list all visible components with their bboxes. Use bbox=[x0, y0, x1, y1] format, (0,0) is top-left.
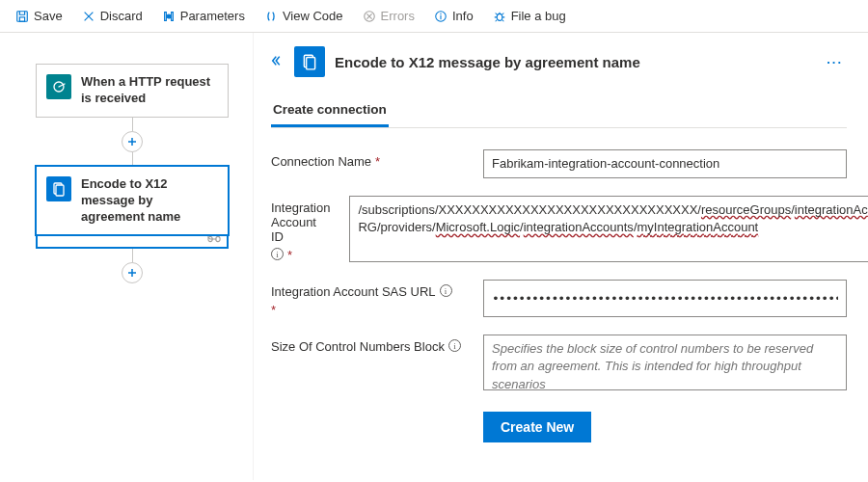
code-icon bbox=[264, 10, 278, 23]
trigger-label: When a HTTP request is received bbox=[81, 74, 218, 107]
connection-name-input[interactable] bbox=[483, 149, 847, 178]
view-code-label: View Code bbox=[283, 9, 343, 23]
save-button[interactable]: Save bbox=[10, 6, 68, 26]
row-sas-url: Integration Account SAS URL i * bbox=[271, 280, 847, 317]
main: When a HTTP request is received Encode t… bbox=[0, 33, 868, 480]
bug-icon bbox=[493, 10, 506, 23]
file-bug-button[interactable]: File a bug bbox=[487, 6, 572, 26]
svg-rect-1 bbox=[19, 16, 24, 20]
block-size-input[interactable] bbox=[483, 335, 847, 390]
connector-2 bbox=[122, 249, 143, 283]
view-code-button[interactable]: View Code bbox=[258, 6, 349, 26]
row-connection-name: Connection Name* bbox=[271, 149, 847, 178]
connection-name-label: Connection Name* bbox=[271, 149, 464, 178]
info-icon[interactable]: i bbox=[448, 339, 461, 352]
parameters-button[interactable]: Parameters bbox=[156, 6, 251, 26]
panel-header: Encode to X12 message by agreement name … bbox=[271, 46, 847, 77]
account-id-input[interactable]: /subscriptions/XXXXXXXXXXXXXXXXXXXXXXXXX… bbox=[349, 196, 868, 262]
x12-action-icon bbox=[46, 176, 71, 201]
info-icon[interactable]: i bbox=[440, 284, 452, 297]
svg-rect-8 bbox=[56, 185, 64, 196]
x12-panel-icon bbox=[294, 46, 325, 77]
panel-tabs: Create connection bbox=[271, 96, 847, 128]
errors-icon bbox=[363, 10, 376, 23]
info-icon[interactable]: i bbox=[271, 248, 284, 260]
errors-button: Errors bbox=[357, 6, 420, 26]
tab-create-connection[interactable]: Create connection bbox=[271, 96, 389, 127]
discard-label: Discard bbox=[100, 9, 143, 23]
add-step-button-2[interactable] bbox=[122, 262, 143, 283]
panel-title: Encode to X12 message by agreement name bbox=[335, 54, 813, 70]
save-label: Save bbox=[34, 9, 63, 23]
sas-url-input[interactable] bbox=[483, 280, 847, 317]
svg-rect-12 bbox=[307, 58, 315, 69]
sas-url-label: Integration Account SAS URL i * bbox=[271, 280, 464, 317]
discard-button[interactable]: Discard bbox=[76, 6, 149, 26]
designer-canvas: When a HTTP request is received Encode t… bbox=[0, 33, 253, 480]
toolbar: Save Discard Parameters View Code Errors… bbox=[0, 0, 868, 33]
svg-point-5 bbox=[497, 13, 502, 20]
discard-icon bbox=[82, 10, 95, 23]
block-size-label: Size Of Control Numbers Block i bbox=[271, 335, 464, 390]
create-new-button[interactable]: Create New bbox=[483, 412, 591, 442]
parameters-icon bbox=[162, 10, 176, 23]
info-button[interactable]: Info bbox=[428, 6, 479, 26]
errors-label: Errors bbox=[381, 9, 415, 23]
action-card[interactable]: Encode to X12 message by agreement name bbox=[36, 166, 229, 236]
action-label: Encode to X12 message by agreement name bbox=[81, 176, 218, 226]
file-bug-label: File a bug bbox=[511, 9, 566, 23]
add-step-button[interactable] bbox=[122, 131, 143, 152]
row-account-id: Integration Account ID i * /subscription… bbox=[271, 196, 847, 262]
row-block-size: Size Of Control Numbers Block i bbox=[271, 335, 847, 390]
trigger-card[interactable]: When a HTTP request is received bbox=[36, 64, 229, 118]
panel-more-button[interactable]: ··· bbox=[823, 55, 847, 69]
action-config-panel: Encode to X12 message by agreement name … bbox=[253, 33, 868, 480]
account-id-label: Integration Account ID i * bbox=[271, 196, 330, 262]
http-trigger-icon bbox=[46, 74, 71, 99]
info-icon bbox=[434, 10, 448, 23]
save-icon bbox=[15, 10, 29, 23]
collapse-button[interactable] bbox=[271, 54, 285, 70]
svg-point-2 bbox=[167, 13, 171, 17]
parameters-label: Parameters bbox=[180, 9, 245, 23]
info-label: Info bbox=[452, 9, 474, 23]
connector-1 bbox=[122, 118, 143, 166]
svg-rect-0 bbox=[17, 11, 28, 21]
